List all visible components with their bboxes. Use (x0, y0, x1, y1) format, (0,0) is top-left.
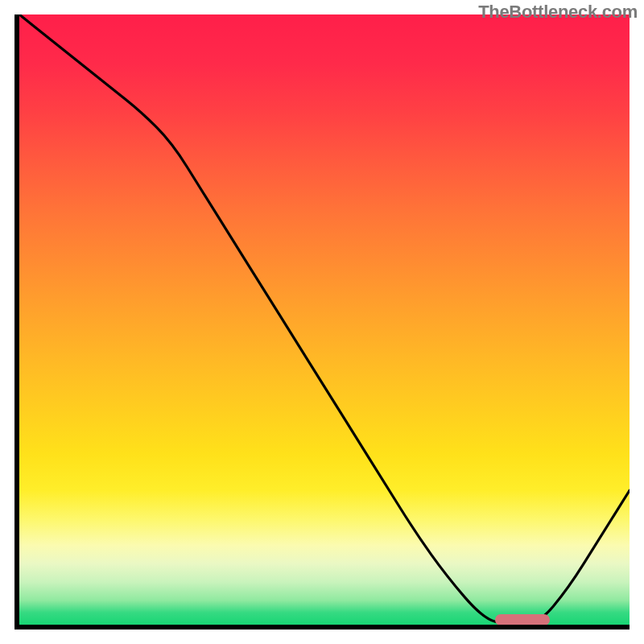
watermark-text: TheBottleneck.com (478, 2, 638, 23)
chart-container: TheBottleneck.com (0, 0, 644, 644)
axes (14, 14, 630, 630)
